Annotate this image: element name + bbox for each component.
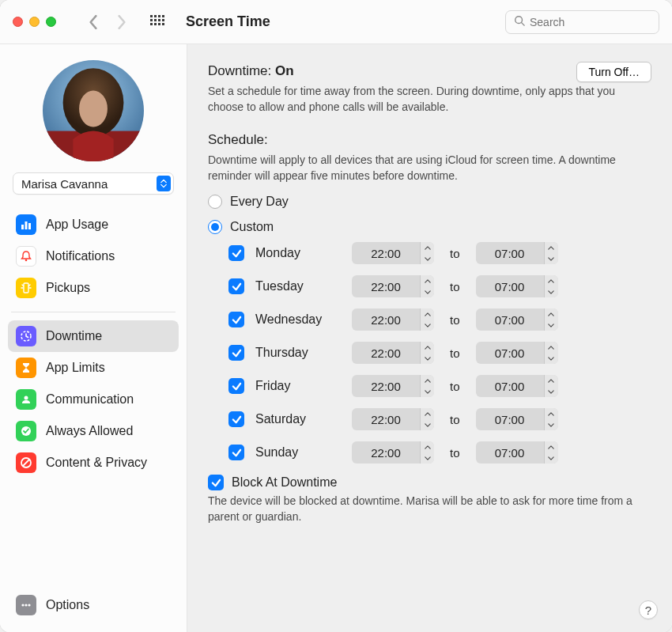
time-to[interactable]: 07:00 xyxy=(476,342,558,364)
sidebar-item-label: Downtime xyxy=(46,329,102,343)
radio-custom[interactable]: Custom xyxy=(208,220,651,234)
radio-icon xyxy=(208,220,222,234)
schedule-heading: Schedule: xyxy=(208,132,651,148)
time-value: 22:00 xyxy=(352,413,420,426)
close-window-button[interactable] xyxy=(13,17,23,27)
day-row-sunday: Sunday22:00to07:00 xyxy=(228,441,651,464)
avatar[interactable] xyxy=(43,60,144,161)
time-to[interactable]: 07:00 xyxy=(476,275,558,297)
stepper-icon[interactable] xyxy=(420,408,434,430)
time-from[interactable]: 22:00 xyxy=(352,408,434,430)
content-pane: Turn Off… Downtime: On Set a schedule fo… xyxy=(187,44,672,632)
svg-point-29 xyxy=(25,604,27,606)
bell-icon xyxy=(16,246,36,267)
time-to[interactable]: 07:00 xyxy=(476,441,558,464)
radio-every-day[interactable]: Every Day xyxy=(208,195,651,209)
stepper-icon[interactable] xyxy=(544,441,558,464)
svg-rect-7 xyxy=(162,19,164,21)
svg-rect-18 xyxy=(21,225,24,229)
sidebar-item-communication[interactable]: Communication xyxy=(8,384,179,415)
svg-rect-1 xyxy=(154,15,157,17)
day-label: Saturday xyxy=(255,412,341,426)
phone-pickup-icon xyxy=(16,278,36,298)
sidebar-item-downtime[interactable]: Downtime xyxy=(8,320,179,352)
day-checkbox[interactable] xyxy=(228,312,244,327)
time-from[interactable]: 22:00 xyxy=(352,441,434,464)
day-checkbox[interactable] xyxy=(228,278,244,294)
user-select[interactable]: Marisa Cavanna xyxy=(13,172,174,195)
sidebar-item-label: Options xyxy=(46,598,89,612)
time-from[interactable]: 22:00 xyxy=(352,242,434,264)
schedule-description: Downtime will apply to all devices that … xyxy=(208,153,651,184)
time-value: 07:00 xyxy=(476,247,544,260)
radio-label: Every Day xyxy=(230,195,289,209)
day-checkbox[interactable] xyxy=(228,411,244,427)
to-label: to xyxy=(450,346,460,360)
time-value: 22:00 xyxy=(352,247,420,260)
stepper-icon[interactable] xyxy=(420,275,434,297)
sidebar-item-pickups[interactable]: Pickups xyxy=(8,272,179,304)
sidebar-item-content-privacy[interactable]: Content & Privacy xyxy=(8,447,179,479)
sidebar: Marisa Cavanna App UsageNotificationsPic… xyxy=(0,44,187,632)
svg-point-30 xyxy=(28,604,30,606)
day-row-thursday: Thursday22:00to07:00 xyxy=(228,342,651,364)
stepper-icon[interactable] xyxy=(544,408,558,430)
block-label: Block At Downtime xyxy=(232,475,337,490)
stepper-icon[interactable] xyxy=(544,375,558,397)
sidebar-item-app-usage[interactable]: App Usage xyxy=(8,209,179,240)
time-from[interactable]: 22:00 xyxy=(352,375,434,397)
to-label: to xyxy=(450,280,460,293)
day-label: Sunday xyxy=(255,445,341,460)
back-button[interactable] xyxy=(88,15,99,29)
time-from[interactable]: 22:00 xyxy=(352,275,434,297)
day-checkbox[interactable] xyxy=(228,245,244,261)
day-row-monday: Monday22:00to07:00 xyxy=(228,242,651,264)
show-all-icon[interactable] xyxy=(149,14,165,30)
day-row-saturday: Saturday22:00to07:00 xyxy=(228,408,651,430)
day-checkbox[interactable] xyxy=(228,345,244,361)
svg-rect-3 xyxy=(162,15,164,17)
turn-off-button[interactable]: Turn Off… xyxy=(576,62,651,82)
search-field[interactable] xyxy=(505,10,659,34)
stepper-icon[interactable] xyxy=(544,342,558,364)
stepper-icon[interactable] xyxy=(420,308,434,331)
window-controls xyxy=(13,17,56,27)
time-to[interactable]: 07:00 xyxy=(476,408,558,430)
stepper-icon[interactable] xyxy=(420,342,434,364)
stepper-icon[interactable] xyxy=(544,275,558,297)
check-badge-icon xyxy=(16,421,36,441)
to-label: to xyxy=(450,446,460,460)
day-row-wednesday: Wednesday22:00to07:00 xyxy=(228,308,651,331)
day-checkbox[interactable] xyxy=(228,378,244,394)
day-label: Tuesday xyxy=(255,279,341,293)
time-value: 07:00 xyxy=(476,446,544,460)
search-icon xyxy=(514,15,525,28)
time-from[interactable]: 22:00 xyxy=(352,308,434,331)
day-checkbox[interactable] xyxy=(228,445,244,460)
stepper-icon[interactable] xyxy=(544,308,558,331)
time-to[interactable]: 07:00 xyxy=(476,308,558,331)
time-value: 07:00 xyxy=(476,280,544,293)
time-to[interactable]: 07:00 xyxy=(476,242,558,264)
stepper-icon[interactable] xyxy=(420,375,434,397)
time-from[interactable]: 22:00 xyxy=(352,342,434,364)
sidebar-item-always-allowed[interactable]: Always Allowed xyxy=(8,415,179,447)
forward-button[interactable] xyxy=(116,15,127,29)
fullscreen-window-button[interactable] xyxy=(46,17,56,27)
sidebar-item-label: App Limits xyxy=(46,361,105,375)
sidebar-item-app-limits[interactable]: App Limits xyxy=(8,352,179,384)
block-at-downtime-checkbox[interactable]: Block At Downtime xyxy=(208,475,651,490)
time-to[interactable]: 07:00 xyxy=(476,375,558,397)
stepper-icon[interactable] xyxy=(420,441,434,464)
minimize-window-button[interactable] xyxy=(29,17,40,27)
stepper-icon[interactable] xyxy=(544,242,558,264)
bar-chart-icon xyxy=(16,214,36,235)
preferences-window: Screen Time xyxy=(0,0,672,632)
time-value: 07:00 xyxy=(476,346,544,360)
search-input[interactable] xyxy=(530,16,668,28)
person-bubble-icon xyxy=(16,389,36,410)
stepper-icon[interactable] xyxy=(420,242,434,264)
help-button[interactable]: ? xyxy=(639,600,658,619)
sidebar-item-notifications[interactable]: Notifications xyxy=(8,240,179,272)
sidebar-item-options[interactable]: Options xyxy=(8,589,179,621)
